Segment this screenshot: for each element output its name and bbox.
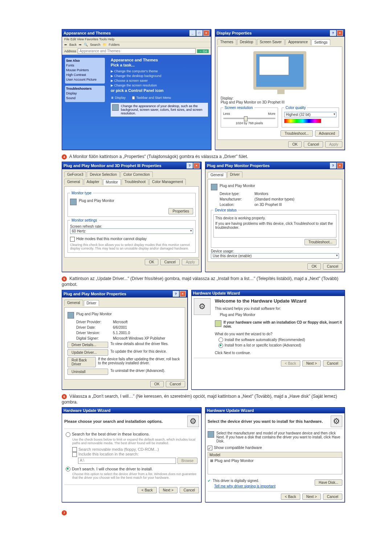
see-also-item[interactable]: Mouse Pointers [66, 68, 104, 72]
wiz2-cb-include-label: Include this location in the search: [78, 452, 139, 456]
tab-settings[interactable]: Settings [311, 39, 330, 45]
apply-button[interactable]: Apply [182, 259, 199, 265]
tab-color-mgmt[interactable]: Color Management [149, 179, 186, 185]
wiz1-next-button[interactable]: Next > [302, 360, 321, 366]
tab-themes[interactable]: Themes [217, 39, 236, 45]
ok-button[interactable]: OK [150, 381, 163, 387]
properties-button[interactable]: Properties [168, 208, 193, 214]
monprops-title: Plug and Play Monitor Properties [207, 163, 270, 168]
rollback-driver-button[interactable]: Roll Back Driver [68, 357, 96, 367]
tab-geforce3[interactable]: GeForce3 [64, 171, 86, 177]
wiz1-back-button[interactable]: < Back [281, 360, 300, 366]
wiz3-cancel-button[interactable]: Cancel [323, 494, 342, 500]
ok-button[interactable]: OK [307, 263, 320, 270]
search-btn[interactable]: Search [90, 43, 101, 46]
have-disk-button[interactable]: Have Disk... [315, 479, 342, 486]
wiz3-show-compat-checkbox[interactable]: ✓ [208, 446, 212, 450]
wiz3-tellme-link[interactable]: Tell me why driver signing is important [214, 484, 275, 488]
task-link[interactable]: Change the screen resolution [114, 84, 157, 87]
tab-screensaver[interactable]: Screen Saver [257, 39, 285, 45]
cancel-button[interactable]: Cancel [160, 259, 180, 265]
wiz1-cancel-button[interactable]: Cancel [323, 360, 342, 366]
ts-item[interactable]: Sound [66, 96, 104, 100]
wiz2-opt-dont-radio[interactable] [66, 467, 70, 471]
tab-color-correction[interactable]: Color Correction [121, 171, 153, 177]
refresh-rate-select[interactable]: 60 Hertz [70, 228, 193, 234]
wiz2-back-button[interactable]: < Back [138, 487, 157, 493]
close-icon[interactable]: × [193, 163, 200, 169]
apply-button[interactable]: Apply [325, 141, 342, 147]
close-icon[interactable]: × [180, 291, 186, 297]
cancel-button[interactable]: Cancel [166, 381, 185, 387]
wiz2-cancel-button[interactable]: Cancel [180, 487, 199, 493]
close-icon[interactable]: × [337, 163, 343, 169]
address-label: Address [64, 49, 76, 53]
task-link[interactable]: Change the desktop background [114, 74, 162, 78]
see-also-item[interactable]: User Account Picture [66, 78, 104, 81]
ok-button[interactable]: OK [288, 141, 301, 147]
device-usage-select[interactable]: Use this device (enable) [211, 253, 339, 259]
task-link[interactable]: Change the computer's theme [114, 69, 158, 73]
wiz1-device: Plug and Play Monitor [220, 313, 342, 317]
model-header: Model [208, 452, 342, 458]
resolution-slider[interactable] [223, 118, 275, 119]
troubleshoot-button[interactable]: Troubleshoot... [281, 130, 313, 137]
wiz2-opt-dont: Don't search. I will choose the driver t… [72, 467, 153, 471]
address-bar[interactable]: Appearance and Themes [78, 48, 196, 54]
model-item[interactable]: Plug and Play Monitor [215, 458, 254, 463]
cpl-icon-taskbar[interactable]: Taskbar and Start Menu [136, 96, 171, 100]
wiz2-opt-search: Search for the best driver in these loca… [72, 432, 150, 436]
wiz2-opt-search-radio[interactable] [66, 432, 70, 437]
cpl-close-icon[interactable]: × [203, 30, 209, 36]
tab-driver[interactable]: Driver [84, 300, 99, 306]
cancel-button[interactable]: Cancel [304, 141, 323, 147]
wiz1-title: Hardware Update Wizard [193, 291, 240, 295]
cpl-min-icon[interactable]: _ [189, 30, 196, 36]
tab-general[interactable]: General [208, 172, 226, 178]
cancel-button[interactable]: Cancel [323, 263, 342, 270]
tab-general[interactable]: General [64, 179, 83, 185]
wiz3-back-button[interactable]: < Back [281, 494, 300, 500]
task-link[interactable]: Choose a screen saver [114, 79, 148, 82]
tab-monitor[interactable]: Monitor [103, 179, 121, 185]
driver-details-button[interactable]: Driver Details... [68, 342, 108, 348]
folders-btn[interactable]: Folders [109, 43, 120, 46]
monitor-preview [253, 51, 306, 90]
wiz1-opt-auto-radio[interactable] [219, 337, 223, 342]
tab-device-selection[interactable]: Device Selection [87, 171, 119, 177]
help-icon[interactable]: ? [173, 291, 179, 297]
wiz3-next-button[interactable]: Next > [302, 494, 321, 500]
wiz2-next-button[interactable]: Next > [159, 487, 177, 493]
tab-troubleshoot[interactable]: Troubleshoot [122, 179, 148, 185]
close-icon[interactable]: × [337, 30, 343, 36]
res-legend: Screen resolution [223, 106, 254, 110]
help-icon[interactable]: ? [187, 163, 193, 169]
see-also-item[interactable]: High Contrast [66, 73, 104, 77]
ts-item[interactable]: Display [66, 92, 104, 95]
tab-desktop[interactable]: Desktop [237, 39, 256, 45]
back-btn[interactable]: Back [69, 43, 77, 46]
color-quality-select[interactable]: Highest (32 bit) [284, 112, 336, 117]
help-icon[interactable]: ? [330, 163, 336, 169]
wiz1-opt-list-radio[interactable] [219, 343, 223, 348]
help-icon[interactable]: ? [330, 30, 336, 36]
manufacturer-label: Manufacturer: [220, 197, 252, 201]
cpl-max-icon[interactable]: □ [196, 30, 203, 36]
troubleshoot-button[interactable]: Troubleshoot... [305, 239, 336, 245]
cpl-titlebar: Appearance and Themes _ □ × [62, 29, 211, 37]
tab-appearance[interactable]: Appearance [285, 39, 311, 45]
uninstall-button[interactable]: Uninstall [68, 369, 108, 375]
go-button[interactable]: → Go [197, 49, 209, 53]
see-also-item[interactable]: Fonts [66, 64, 104, 67]
wiz1-next-hint: Click Next to continue. [215, 351, 342, 355]
cpl-icon-display[interactable]: Display [115, 96, 126, 100]
wiz2-title: Hardware Update Wizard [64, 408, 111, 413]
tab-adapter[interactable]: Adapter [84, 179, 102, 185]
hide-modes-checkbox[interactable] [70, 237, 75, 242]
wiz2-opt-search-desc: Use the check boxes below to limit or ex… [72, 438, 197, 445]
tab-driver[interactable]: Driver [227, 171, 243, 178]
tab-general[interactable]: General [64, 300, 83, 306]
advanced-button[interactable]: Advanced [315, 130, 339, 137]
ok-button[interactable]: OK [145, 259, 158, 265]
update-driver-button[interactable]: Update Driver... [68, 349, 108, 356]
